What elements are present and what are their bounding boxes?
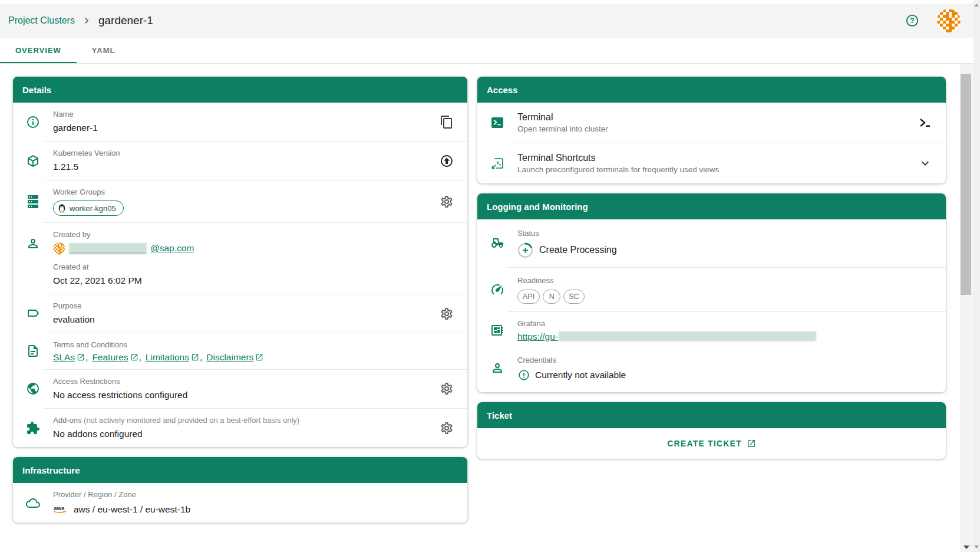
open-in-new-icon — [255, 353, 263, 362]
page-scroll-down-arrow[interactable] — [974, 546, 979, 548]
infrastructure-row-provider: Provider / Region / Zone aws / eu-west-1… — [13, 483, 467, 523]
logging-card-title: Logging and Monitoring — [477, 193, 946, 219]
console-prompt-icon — [918, 116, 932, 130]
breadcrumb-project-link[interactable]: Project Clusters — [8, 15, 75, 26]
worker-group-chip[interactable]: worker-kgn05 — [53, 201, 124, 216]
content-scrollbar-thumb[interactable] — [961, 74, 971, 295]
content-scrollbar[interactable] — [960, 64, 974, 552]
details-row-kubernetes-version: Kubernetes Version 1.21.5 — [13, 142, 467, 180]
edit-worker-groups-button[interactable] — [432, 195, 461, 209]
access-restrictions-value: No access restrictions configured — [53, 388, 432, 402]
main-content: Details Name gardener-1 Kubernetes Versi… — [0, 64, 960, 552]
document-icon — [26, 344, 40, 358]
slas-link[interactable]: SLAs — [53, 352, 85, 363]
logging-row-readiness: Readiness API N SC — [477, 268, 946, 311]
user-avatar[interactable] — [937, 9, 961, 32]
account-icon — [26, 236, 40, 251]
info-icon — [26, 115, 40, 129]
aws-logo-icon — [53, 504, 69, 514]
open-in-new-icon — [191, 353, 199, 362]
limitations-link[interactable]: Limitations — [146, 352, 199, 363]
created-by-avatar — [53, 242, 65, 255]
page-scrollbar[interactable] — [974, 0, 980, 552]
infrastructure-card: Infrastructure Provider / Region / Zone … — [13, 457, 467, 523]
worker-groups-icon — [26, 195, 40, 209]
readiness-chip-api[interactable]: API — [517, 290, 540, 304]
alert-circle-icon — [517, 369, 530, 382]
logging-monitoring-card: Logging and Monitoring Status Create Pro… — [477, 193, 946, 392]
open-in-new-icon — [130, 353, 138, 362]
addons-note: (not actively monitored and provided on … — [84, 416, 299, 425]
access-row-terminal: Terminal Open terminal into cluster — [477, 103, 946, 143]
globe-icon — [26, 382, 40, 396]
separator: , — [85, 352, 88, 363]
chevron-down-icon — [918, 156, 932, 170]
status-label: Status — [517, 228, 910, 239]
content-scroll-down-arrow[interactable] — [963, 546, 969, 549]
details-row-terms: Terms and Conditions SLAs, Features, Lim… — [13, 333, 467, 369]
page-title: gardener-1 — [98, 14, 153, 27]
grafana-label: Grafana — [517, 318, 910, 330]
created-by-label: Created by — [53, 229, 432, 241]
logging-row-status: Status Create Processing — [477, 219, 946, 267]
gear-icon — [440, 307, 454, 321]
credentials-label: Credentials — [517, 355, 910, 366]
purpose-label: Purpose — [53, 301, 432, 312]
create-ticket-button[interactable]: CREATE TICKET — [664, 438, 760, 449]
help-icon[interactable] — [905, 14, 919, 28]
open-in-new-icon — [747, 439, 756, 448]
edit-access-restrictions-button[interactable] — [432, 382, 461, 396]
details-row-worker-groups: Worker Groups worker-kgn05 — [13, 180, 467, 222]
purpose-value: evaluation — [53, 313, 432, 326]
copy-name-button[interactable] — [432, 115, 461, 129]
addons-value: No addons configured — [53, 427, 432, 441]
disclaimers-link[interactable]: Disclaimers — [206, 352, 263, 363]
terminal-shortcuts-title: Terminal Shortcuts — [517, 153, 910, 163]
kubernetes-version-value: 1.21.5 — [53, 160, 432, 173]
upgrade-version-button[interactable] — [432, 154, 461, 168]
breadcrumb: Project Clusters gardener-1 — [0, 14, 153, 27]
kubernetes-version-icon — [26, 154, 40, 168]
access-card: Access Terminal Open terminal into clust… — [477, 77, 946, 183]
tab-yaml[interactable]: YAML — [77, 38, 131, 63]
name-value: gardener-1 — [53, 121, 432, 134]
provider-label: Provider / Region / Zone — [53, 489, 432, 501]
ticket-card-title: Ticket — [477, 402, 946, 428]
gear-icon — [440, 421, 454, 435]
status-value: Create Processing — [539, 245, 617, 255]
details-row-created: Created by @sap.com Created at Oct 22, 2… — [13, 223, 467, 294]
terminal-icon — [490, 116, 504, 130]
features-link[interactable]: Features — [92, 352, 138, 363]
open-terminal-button[interactable] — [910, 116, 940, 130]
created-at-label: Created at — [53, 262, 432, 273]
readiness-chip-n[interactable]: N — [543, 290, 560, 304]
infrastructure-card-title: Infrastructure — [13, 457, 467, 483]
terminal-shortcuts-subtitle: Launch preconfigured terminals for frequ… — [517, 165, 910, 174]
worker-group-chip-label: worker-kgn05 — [70, 204, 116, 213]
expand-shortcuts-button[interactable] — [910, 156, 940, 170]
name-label: Name — [53, 109, 432, 120]
tractor-status-icon — [490, 236, 504, 250]
copy-icon — [440, 115, 454, 129]
progress-spinner-icon[interactable] — [517, 242, 533, 258]
tab-overview[interactable]: OVERVIEW — [0, 38, 77, 63]
logging-row-credentials: Credentials Currently not available — [477, 349, 946, 393]
worker-groups-label: Worker Groups — [53, 187, 432, 198]
created-by-email-link[interactable]: @sap.com — [150, 243, 194, 254]
readiness-chip-sc[interactable]: SC — [563, 290, 584, 304]
grafana-link[interactable]: https://gu- — [517, 331, 558, 342]
penguin-icon — [57, 203, 67, 213]
readiness-label: Readiness — [517, 275, 910, 287]
edit-addons-button[interactable] — [432, 421, 461, 435]
logging-row-grafana: Grafana https://gu- — [477, 312, 946, 349]
redacted-grafana-url — [559, 331, 816, 341]
details-row-addons: Add-ons (not actively monitored and prov… — [13, 409, 467, 447]
open-in-new-icon — [77, 353, 85, 362]
separator: , — [139, 352, 141, 363]
terms-label: Terms and Conditions — [53, 340, 432, 351]
terminal-title: Terminal — [517, 112, 910, 123]
details-row-purpose: Purpose evaluation — [13, 294, 467, 333]
edit-purpose-button[interactable] — [432, 307, 461, 321]
created-at-value: Oct 22, 2021 6:02 PM — [53, 274, 432, 287]
page-scroll-up-arrow[interactable] — [974, 4, 979, 6]
